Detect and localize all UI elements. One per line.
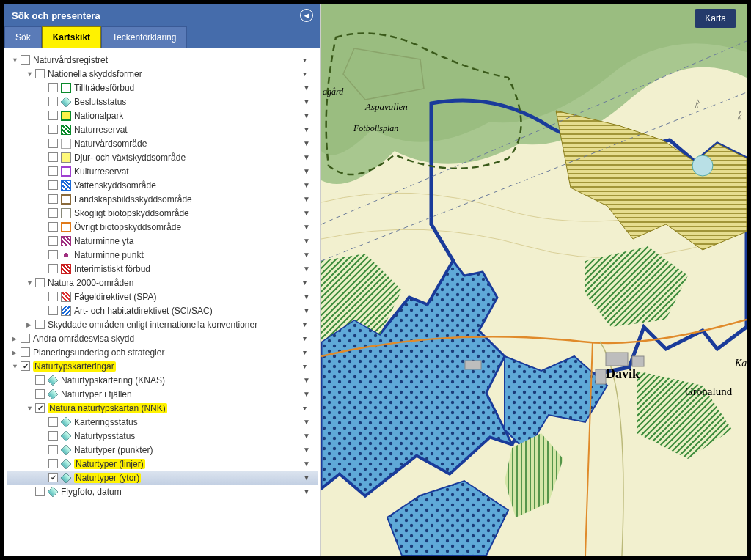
layer-options-icon[interactable]: ▾: [303, 56, 313, 64]
layer-row[interactable]: Naturvårdsområde▼: [7, 136, 318, 150]
caret-right-icon[interactable]: ▶: [12, 335, 21, 342]
layer-options-icon[interactable]: ▼: [303, 251, 313, 259]
layer-checkbox[interactable]: [35, 375, 45, 385]
layer-row[interactable]: Vattenskyddsområde▼: [7, 178, 318, 192]
layer-options-icon[interactable]: ▼: [303, 167, 313, 175]
layer-checkbox[interactable]: [48, 111, 58, 120]
layer-checkbox[interactable]: [48, 194, 58, 204]
layer-options-icon[interactable]: ▼: [303, 292, 313, 301]
layer-options-icon[interactable]: ▼: [303, 209, 313, 217]
layer-options-icon[interactable]: ▼: [303, 139, 313, 147]
layer-options-icon[interactable]: ▾: [303, 334, 313, 342]
layer-checkbox[interactable]: [48, 445, 58, 454]
layer-row[interactable]: ▶Andra områdesvisa skydd▾: [7, 331, 318, 345]
layer-checkbox[interactable]: [48, 250, 58, 259]
layer-checkbox[interactable]: [35, 69, 45, 78]
layer-options-icon[interactable]: ▼: [303, 84, 313, 92]
layer-row[interactable]: Naturreservat▼: [7, 122, 318, 136]
layer-row[interactable]: Naturtyper (ytor)▼: [7, 471, 318, 485]
layer-options-icon[interactable]: ▼: [303, 97, 313, 106]
layer-row[interactable]: Fågeldirektivet (SPA)▼: [7, 290, 318, 303]
layer-checkbox[interactable]: [21, 334, 30, 343]
layer-checkbox[interactable]: [48, 473, 58, 482]
layer-options-icon[interactable]: ▾: [303, 70, 313, 78]
layer-options-icon[interactable]: ▼: [303, 125, 313, 133]
layer-options-icon[interactable]: ▼: [303, 153, 313, 161]
layer-checkbox[interactable]: [35, 278, 45, 287]
collapse-panel-button[interactable]: ◄: [300, 9, 313, 22]
layer-row[interactable]: Flygfoto, datum▼: [7, 485, 318, 498]
layer-checkbox[interactable]: [21, 55, 30, 65]
layer-row[interactable]: ▼Natura 2000-områden▾: [7, 276, 318, 290]
layer-options-icon[interactable]: ▼: [303, 418, 313, 426]
layer-row[interactable]: Interimistiskt förbud▼: [7, 262, 318, 276]
layer-options-icon[interactable]: ▼: [303, 223, 313, 231]
map-type-button[interactable]: Karta: [695, 9, 736, 28]
layer-options-icon[interactable]: ▼: [303, 390, 313, 398]
layer-row[interactable]: ▼Naturvårdsregistret▾: [7, 53, 318, 67]
layer-options-icon[interactable]: ▼: [303, 474, 313, 482]
layer-options-icon[interactable]: ▾: [303, 279, 313, 287]
layer-row[interactable]: Beslutsstatus▼: [7, 95, 318, 108]
layer-row[interactable]: Naturtyper (punkter)▼: [7, 443, 318, 457]
layer-options-icon[interactable]: ▼: [303, 432, 313, 440]
layer-checkbox[interactable]: [48, 292, 58, 301]
layer-options-icon[interactable]: ▾: [303, 320, 313, 328]
layer-checkbox[interactable]: [21, 347, 30, 357]
layer-row[interactable]: ▼Nationella skyddsformer▾: [7, 67, 318, 81]
layer-checkbox[interactable]: [48, 180, 58, 190]
layer-row[interactable]: Tillträdesförbud▼: [7, 81, 318, 95]
layer-options-icon[interactable]: ▾: [303, 348, 313, 356]
layer-row[interactable]: ▼Naturtypskarteringar▾: [7, 359, 318, 373]
layer-row[interactable]: Art- och habitatdirektivet (SCI/SAC)▼: [7, 303, 318, 317]
tab-search[interactable]: Sök: [4, 26, 42, 48]
layer-checkbox[interactable]: [48, 306, 58, 315]
layer-options-icon[interactable]: ▼: [303, 376, 313, 384]
caret-down-icon[interactable]: ▼: [12, 56, 21, 64]
layer-checkbox[interactable]: [48, 139, 58, 148]
caret-down-icon[interactable]: ▼: [12, 363, 21, 370]
layer-options-icon[interactable]: ▼: [303, 306, 313, 314]
caret-right-icon[interactable]: ▶: [12, 349, 21, 356]
layer-checkbox[interactable]: [48, 431, 58, 441]
layer-row[interactable]: ▶Planeringsunderlag och strategier▾: [7, 345, 318, 359]
layer-checkbox[interactable]: [35, 320, 45, 329]
layer-checkbox[interactable]: [48, 97, 58, 106]
layer-checkbox[interactable]: [48, 152, 58, 162]
layer-checkbox[interactable]: [35, 389, 45, 399]
caret-down-icon[interactable]: ▼: [26, 70, 35, 78]
layer-row[interactable]: Karteringsstatus▼: [7, 415, 318, 429]
layer-row[interactable]: Djur- och växtskyddsområde▼: [7, 150, 318, 164]
layer-row[interactable]: Skogligt biotopskyddsområde▼: [7, 206, 318, 220]
layer-row[interactable]: Naturtyper (linjer)▼: [7, 457, 318, 471]
layer-checkbox[interactable]: [35, 403, 45, 413]
layer-row[interactable]: Naturtypsstatus▼: [7, 429, 318, 443]
layer-row[interactable]: ▼Natura naturtypskartan (NNK)▾: [7, 401, 318, 415]
layer-tree[interactable]: ▼Naturvårdsregistret▾▼Nationella skyddsf…: [4, 48, 320, 556]
layer-checkbox[interactable]: [35, 487, 45, 496]
map-view[interactable]: ᚱ ᚱ Karta Aspavallen Fotbollsplan agård …: [321, 4, 747, 556]
layer-checkbox[interactable]: [48, 125, 58, 134]
layer-checkbox[interactable]: [48, 417, 58, 427]
layer-options-icon[interactable]: ▼: [303, 111, 313, 119]
layer-row[interactable]: Naturtypskartering (KNAS)▼: [7, 373, 318, 387]
layer-options-icon[interactable]: ▼: [303, 265, 313, 273]
layer-checkbox[interactable]: [21, 361, 30, 371]
layer-checkbox[interactable]: [48, 222, 58, 232]
tab-legend[interactable]: Teckenförklaring: [101, 26, 187, 48]
layer-checkbox[interactable]: [48, 236, 58, 246]
layer-row[interactable]: Naturminne yta▼: [7, 234, 318, 248]
caret-down-icon[interactable]: ▼: [26, 405, 35, 412]
layer-row[interactable]: Kulturreservat▼: [7, 164, 318, 178]
layer-options-icon[interactable]: ▾: [303, 404, 313, 412]
layer-options-icon[interactable]: ▼: [303, 195, 313, 203]
layer-row[interactable]: Naturminne punkt▼: [7, 248, 318, 262]
layer-checkbox[interactable]: [48, 264, 58, 273]
layer-row[interactable]: Nationalpark▼: [7, 108, 318, 122]
tab-layers[interactable]: Kartskikt: [42, 26, 101, 48]
layer-checkbox[interactable]: [48, 166, 58, 176]
layer-options-icon[interactable]: ▼: [303, 446, 313, 454]
layer-checkbox[interactable]: [48, 459, 58, 468]
caret-right-icon[interactable]: ▶: [26, 321, 35, 328]
layer-checkbox[interactable]: [48, 83, 58, 92]
